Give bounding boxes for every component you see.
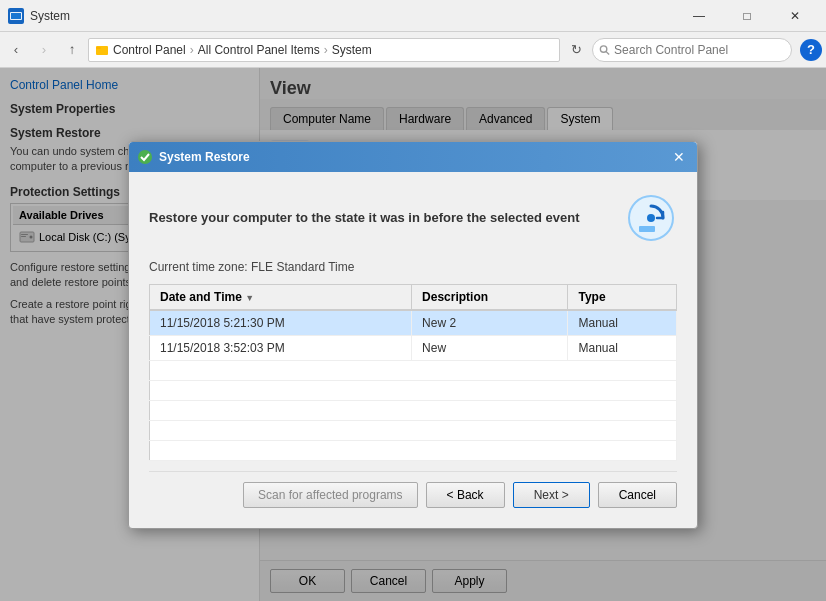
maximize-button[interactable]: □ (724, 1, 770, 31)
folder-icon (95, 43, 109, 57)
main-area: Control Panel Home System Properties Sys… (0, 68, 826, 601)
col-date: Date and Time ▼ (150, 284, 412, 310)
next-button-modal[interactable]: Next > (513, 482, 590, 508)
empty-row (150, 380, 677, 400)
modal-header-text: Restore your computer to the state it wa… (149, 210, 609, 225)
table-row[interactable]: 11/15/2018 5:21:30 PM New 2 Manual (150, 310, 677, 336)
help-button[interactable]: ? (800, 39, 822, 61)
search-box[interactable] (592, 38, 792, 62)
table-row[interactable]: 11/15/2018 3:52:03 PM New Manual (150, 335, 677, 360)
breadcrumb: Control Panel › All Control Panel Items … (95, 43, 372, 57)
empty-row (150, 400, 677, 420)
modal-overlay: System Restore ✕ Restore your computer t… (0, 68, 826, 601)
restore-table: Date and Time ▼ Description Type 11/15/2… (149, 284, 677, 461)
address-path[interactable]: Control Panel › All Control Panel Items … (88, 38, 560, 62)
row-description: New (412, 335, 568, 360)
empty-row (150, 360, 677, 380)
modal-title-bar: System Restore ✕ (129, 142, 697, 172)
modal-title-icon (137, 149, 153, 165)
up-button[interactable]: ↑ (60, 38, 84, 62)
search-icon (599, 44, 610, 56)
refresh-button[interactable]: ↻ (564, 38, 588, 62)
scan-affected-programs-button[interactable]: Scan for affected programs (243, 482, 418, 508)
row-date: 11/15/2018 3:52:03 PM (150, 335, 412, 360)
col-description: Description (412, 284, 568, 310)
empty-row (150, 420, 677, 440)
modal-restore-icon (625, 192, 677, 244)
system-restore-modal: System Restore ✕ Restore your computer t… (128, 141, 698, 529)
minimize-button[interactable]: — (676, 1, 722, 31)
svg-rect-18 (639, 226, 655, 232)
back-button-modal[interactable]: < Back (426, 482, 505, 508)
address-bar: ‹ › ↑ Control Panel › All Control Panel … (0, 32, 826, 68)
forward-button[interactable]: › (32, 38, 56, 62)
svg-rect-4 (96, 47, 101, 49)
close-button[interactable]: ✕ (772, 1, 818, 31)
row-type: Manual (568, 335, 677, 360)
empty-row (150, 440, 677, 460)
modal-title: System Restore (159, 150, 663, 164)
back-button[interactable]: ‹ (4, 38, 28, 62)
row-type: Manual (568, 310, 677, 336)
modal-header-row: Restore your computer to the state it wa… (149, 192, 677, 244)
window-controls: — □ ✕ (676, 1, 818, 31)
svg-rect-2 (11, 13, 21, 19)
window-title: System (30, 9, 676, 23)
modal-close-button[interactable]: ✕ (669, 147, 689, 167)
row-date: 11/15/2018 5:21:30 PM (150, 310, 412, 336)
svg-line-6 (606, 51, 609, 54)
svg-point-5 (600, 45, 606, 51)
search-input[interactable] (614, 43, 785, 57)
modal-buttons-row: Scan for affected programs < Back Next >… (149, 471, 677, 508)
svg-point-17 (647, 214, 655, 222)
cancel-button-modal[interactable]: Cancel (598, 482, 677, 508)
timezone-label: Current time zone: FLE Standard Time (149, 260, 677, 274)
col-type: Type (568, 284, 677, 310)
row-description: New 2 (412, 310, 568, 336)
title-bar: System — □ ✕ (0, 0, 826, 32)
svg-point-15 (138, 150, 152, 164)
title-bar-icon (8, 8, 24, 24)
modal-content: Restore your computer to the state it wa… (129, 172, 697, 528)
